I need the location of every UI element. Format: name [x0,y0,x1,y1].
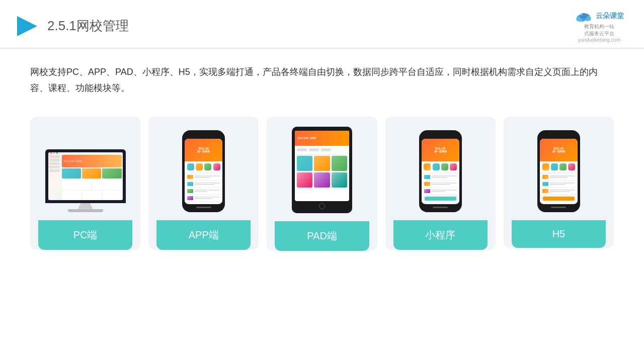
app-mockup: 职达人的第一堂网课 [156,127,251,212]
main-content: 网校支持PC、APP、PAD、小程序、H5，实现多端打通，产品各终端自由切换，数… [0,49,644,362]
pad-mockup: 职达人的第一堂网课 [275,127,369,213]
label-app: APP端 [156,220,251,250]
description-text: 网校支持PC、APP、PAD、小程序、H5，实现多端打通，产品各终端自由切换，数… [30,64,614,97]
logo-url: yunduoketang.com [578,37,621,43]
title-number: 2.5.1 [47,18,76,33]
pc-mockup: 职达人的第一堂网课 [38,127,132,212]
card-pc: 职达人的第一堂网课 [30,117,140,250]
card-pad: 职达人的第一堂网课 [267,117,377,251]
logo-area: 云朵课堂 教育机构一站 式服务云平台 yunduoketang.com [575,9,624,43]
label-miniprogram: 小程序 [393,220,488,250]
header: 2.5.1网校管理 云朵课堂 教育机构一站 式服务云平台 yunduoketan… [0,0,644,49]
logo-name: 云朵课堂 [596,12,624,21]
page-container: 2.5.1网校管理 云朵课堂 教育机构一站 式服务云平台 yunduoketan… [0,0,644,362]
card-app: 职达人的第一堂网课 [148,117,259,250]
label-pad: PAD端 [275,221,369,251]
h5-mockup: 职达人的第一堂网课 [512,127,606,212]
logo-cloud: 云朵课堂 [575,9,624,23]
logo-tagline: 教育机构一站 式服务云平台 [584,23,614,37]
title-main: 网校管理 [76,18,129,33]
svg-point-6 [581,14,583,16]
card-h5: 职达人的第一堂网课 [504,117,614,248]
play-icon [15,14,39,38]
cloud-logo-icon [575,9,593,23]
label-pc: PC端 [38,220,132,250]
page-title: 2.5.1网校管理 [47,17,129,35]
cards-grid: 职达人的第一堂网课 [30,117,614,251]
label-h5: H5 [512,220,606,248]
card-miniprogram: 职达人的第一堂网课 [385,117,496,250]
svg-marker-0 [17,16,37,36]
header-left: 2.5.1网校管理 [15,14,129,38]
miniprogram-mockup: 职达人的第一堂网课 [393,127,488,212]
